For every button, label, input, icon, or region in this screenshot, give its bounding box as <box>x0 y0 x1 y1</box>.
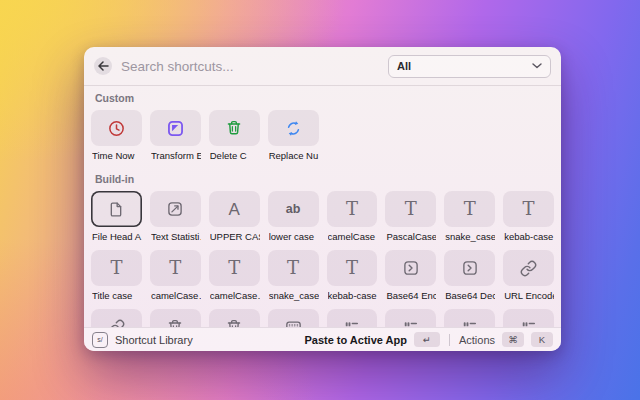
section-label: Custom <box>95 92 554 105</box>
quote-icon <box>401 318 420 327</box>
shortcut-cell: Transform E… <box>150 110 201 169</box>
shortcut-cell <box>150 309 201 327</box>
chart-icon <box>166 200 184 218</box>
quote-icon <box>519 318 538 327</box>
shortcut-cell: TcamelCase <box>327 191 378 250</box>
shortcut-cell: Time Now <box>91 110 142 169</box>
shortcut-tile[interactable]: T <box>444 191 495 227</box>
back-button[interactable] <box>94 57 112 75</box>
shortcut-label: snake_case <box>445 231 495 242</box>
cmd-key-icon: ⌘ <box>502 332 524 347</box>
shortcut-cell <box>385 309 436 327</box>
shortcut-label: kebab-case… <box>328 290 378 301</box>
shortcut-tile[interactable]: T <box>268 250 319 286</box>
shortcut-label: Replace Nu… <box>269 150 319 161</box>
serif-t-icon: T <box>346 259 358 277</box>
shortcut-tile[interactable]: A <box>209 191 260 227</box>
shortcut-tile[interactable]: T <box>150 250 201 286</box>
shortcut-cell: AUPPER CASE <box>209 191 260 250</box>
shortcut-cell: Tkebab-case… <box>327 250 378 309</box>
search-input[interactable] <box>121 59 379 74</box>
shortcut-tile[interactable]: T <box>385 191 436 227</box>
quote-icon <box>460 318 479 327</box>
shortcut-tile[interactable] <box>209 309 260 327</box>
uppercase-glyph-icon: A <box>229 201 240 218</box>
shortcut-tile-selected[interactable] <box>91 191 142 227</box>
shortcut-tile[interactable] <box>444 250 495 286</box>
quote-icon <box>342 318 361 327</box>
shortcut-tile[interactable] <box>91 309 142 327</box>
shortcut-tile[interactable]: T <box>209 250 260 286</box>
shortcut-cell: Text Statisti… <box>150 191 201 250</box>
shortcut-label: Base64 Enc… <box>386 290 436 301</box>
shortcut-grid-area: Custom Time NowTransform E…Delete CRepla… <box>84 86 561 327</box>
status-bar: s/ Shortcut Library Paste to Active App … <box>84 327 561 351</box>
actions-button[interactable]: Actions <box>459 334 495 346</box>
file-icon <box>107 200 125 219</box>
filter-value: All <box>397 60 411 72</box>
shortcut-tile[interactable] <box>150 191 201 227</box>
shortcut-label: PascalCase <box>386 231 436 242</box>
serif-t-icon: T <box>110 259 122 277</box>
serif-t-icon: T <box>287 259 299 277</box>
link-icon <box>108 319 125 328</box>
shortcut-cell: TPascalCase <box>385 191 436 250</box>
shortcut-tile[interactable] <box>150 110 201 146</box>
shortcut-cell: Delete C <box>209 110 260 169</box>
serif-t-icon: T <box>523 200 535 218</box>
shortcut-tile[interactable]: ab <box>268 191 319 227</box>
shortcut-tile[interactable] <box>150 309 201 327</box>
keyboard-icon <box>284 318 303 327</box>
shortcut-tile[interactable] <box>327 309 378 327</box>
shortcut-cell: Tkebab-case <box>503 191 554 250</box>
shortcut-tile[interactable] <box>91 110 142 146</box>
trash-gray-icon <box>225 318 243 327</box>
serif-t-icon: T <box>228 259 240 277</box>
shortcut-library-window: All Custom Time NowTransform E…Delete CR… <box>84 47 561 351</box>
section-build-in: Build-in File Head A…Text Statisti…AUPPE… <box>91 173 554 327</box>
shortcut-label: kebab-case <box>504 231 554 242</box>
shortcut-cell: TTitle case <box>91 250 142 309</box>
trash-icon <box>225 119 243 137</box>
serif-t-icon: T <box>346 200 358 218</box>
shortcut-tile[interactable] <box>209 110 260 146</box>
serif-t-icon: T <box>464 200 476 218</box>
shortcut-tile[interactable]: T <box>327 250 378 286</box>
serif-t-icon: T <box>169 259 181 277</box>
paste-to-active-app-button[interactable]: Paste to Active App <box>304 334 407 346</box>
shortcut-tile[interactable] <box>444 309 495 327</box>
shortcut-label: camelCase… <box>151 290 201 301</box>
footer-divider <box>449 334 450 346</box>
shortcut-cell: TcamelCase… <box>150 250 201 309</box>
shortcut-tile[interactable]: T <box>503 191 554 227</box>
shortcut-label: lower case <box>269 231 319 242</box>
shortcut-cell: TcamelCase… <box>209 250 260 309</box>
shortcut-tile[interactable] <box>503 309 554 327</box>
app-name: Shortcut Library <box>115 334 297 346</box>
transform-icon <box>166 119 185 138</box>
trash-gray-icon <box>166 318 184 327</box>
shortcut-label: Base64 Dec… <box>445 290 495 301</box>
arrow-left-icon <box>98 61 109 71</box>
shortcut-cell <box>444 309 495 327</box>
section-label: Build-in <box>95 173 554 186</box>
lowercase-glyph-icon: ab <box>286 203 301 216</box>
shortcut-cell <box>209 309 260 327</box>
app-logo-icon: s/ <box>92 332 108 348</box>
k-key-icon: K <box>531 332 553 347</box>
return-key-icon: ↵ <box>414 332 440 347</box>
shortcut-cell: URL Encode <box>503 250 554 309</box>
shortcut-cell <box>91 309 142 327</box>
shortcut-tile[interactable] <box>385 309 436 327</box>
shortcut-tile[interactable]: T <box>327 191 378 227</box>
shortcut-tile[interactable] <box>503 250 554 286</box>
terminal-icon <box>461 259 479 277</box>
shortcut-label: Delete C <box>210 150 260 161</box>
shortcut-tile[interactable] <box>268 309 319 327</box>
shortcut-tile[interactable]: T <box>91 250 142 286</box>
shortcut-tile[interactable] <box>268 110 319 146</box>
clock-icon <box>107 119 126 138</box>
filter-dropdown[interactable]: All <box>388 55 551 78</box>
shortcut-label: Title case <box>92 290 142 301</box>
shortcut-tile[interactable] <box>385 250 436 286</box>
